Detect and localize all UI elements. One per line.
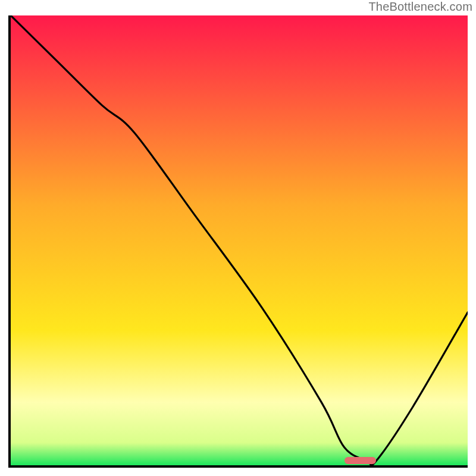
optimal-marker — [345, 457, 377, 464]
watermark-text: TheBottleneck.com — [368, 0, 472, 14]
plot-area — [8, 15, 468, 468]
chart-container: TheBottleneck.com — [0, 0, 476, 476]
plot-svg — [11, 15, 468, 465]
